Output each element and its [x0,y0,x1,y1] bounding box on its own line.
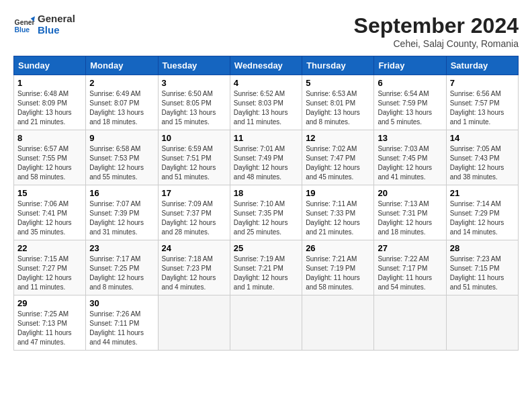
day-info: Sunrise: 7:14 AM Sunset: 7:29 PM Dayligh… [450,199,515,237]
day-number: 28 [450,243,515,253]
weekday-header-thursday: Thursday [302,56,374,75]
day-info: Sunrise: 7:13 AM Sunset: 7:31 PM Dayligh… [378,199,442,237]
day-info: Sunrise: 6:48 AM Sunset: 8:09 PM Dayligh… [17,89,82,127]
day-number: 22 [17,243,82,253]
calendar-row: 29Sunrise: 7:25 AM Sunset: 7:13 PM Dayli… [14,295,519,351]
day-number: 3 [162,78,226,88]
day-number: 6 [378,78,442,88]
day-info: Sunrise: 7:15 AM Sunset: 7:27 PM Dayligh… [17,255,82,292]
day-info: Sunrise: 7:02 AM Sunset: 7:47 PM Dayligh… [306,144,370,182]
calendar-cell: 14Sunrise: 7:05 AM Sunset: 7:43 PM Dayli… [446,130,518,185]
calendar-cell: 3Sunrise: 6:50 AM Sunset: 8:05 PM Daylig… [158,75,230,130]
weekday-header-monday: Monday [86,56,158,75]
calendar-cell: 1Sunrise: 6:48 AM Sunset: 8:09 PM Daylig… [14,75,86,130]
calendar-cell: 24Sunrise: 7:18 AM Sunset: 7:23 PM Dayli… [158,240,230,295]
day-number: 7 [450,78,515,88]
day-number: 18 [234,188,298,198]
day-number: 20 [378,188,442,198]
day-info: Sunrise: 7:22 AM Sunset: 7:17 PM Dayligh… [378,255,442,292]
calendar-row: 1Sunrise: 6:48 AM Sunset: 8:09 PM Daylig… [14,75,519,130]
day-number: 21 [450,188,515,198]
logo-general: General [38,13,75,25]
svg-text:General: General [15,19,35,26]
day-number: 9 [89,133,154,143]
calendar-cell: 30Sunrise: 7:26 AM Sunset: 7:11 PM Dayli… [86,295,158,351]
day-number: 8 [17,133,82,143]
day-info: Sunrise: 6:58 AM Sunset: 7:53 PM Dayligh… [89,144,154,182]
calendar-cell: 16Sunrise: 7:07 AM Sunset: 7:39 PM Dayli… [86,185,158,240]
calendar-cell: 8Sunrise: 6:57 AM Sunset: 7:55 PM Daylig… [14,130,86,185]
day-number: 12 [306,133,370,143]
calendar-cell: 10Sunrise: 6:59 AM Sunset: 7:51 PM Dayli… [158,130,230,185]
day-number: 4 [234,78,298,88]
calendar-cell: 5Sunrise: 6:53 AM Sunset: 8:01 PM Daylig… [302,75,374,130]
day-number: 24 [162,243,226,253]
page-header: General Blue General Blue September 2024… [13,13,519,49]
weekday-header-row: SundayMondayTuesdayWednesdayThursdayFrid… [14,56,519,75]
day-info: Sunrise: 7:19 AM Sunset: 7:21 PM Dayligh… [234,255,298,292]
day-number: 25 [234,243,298,253]
day-info: Sunrise: 7:26 AM Sunset: 7:11 PM Dayligh… [89,310,154,347]
calendar-cell [158,295,230,351]
calendar-cell: 21Sunrise: 7:14 AM Sunset: 7:29 PM Dayli… [446,185,518,240]
svg-text:Blue: Blue [15,26,30,34]
day-number: 30 [89,298,154,308]
day-number: 14 [450,133,515,143]
calendar-row: 15Sunrise: 7:06 AM Sunset: 7:41 PM Dayli… [14,185,519,240]
day-number: 29 [17,298,82,308]
day-number: 15 [17,188,82,198]
calendar-cell: 4Sunrise: 6:52 AM Sunset: 8:03 PM Daylig… [230,75,302,130]
day-info: Sunrise: 6:52 AM Sunset: 8:03 PM Dayligh… [234,89,298,127]
day-number: 5 [306,78,370,88]
calendar-row: 8Sunrise: 6:57 AM Sunset: 7:55 PM Daylig… [14,130,519,185]
day-info: Sunrise: 6:50 AM Sunset: 8:05 PM Dayligh… [162,89,226,127]
month-title: September 2024 [354,13,519,38]
calendar-cell: 19Sunrise: 7:11 AM Sunset: 7:33 PM Dayli… [302,185,374,240]
calendar-cell: 13Sunrise: 7:03 AM Sunset: 7:45 PM Dayli… [374,130,446,185]
logo: General Blue General Blue [13,13,75,36]
calendar-cell [446,295,518,351]
day-info: Sunrise: 7:09 AM Sunset: 7:37 PM Dayligh… [162,199,226,237]
weekday-header-friday: Friday [374,56,446,75]
calendar-cell: 11Sunrise: 7:01 AM Sunset: 7:49 PM Dayli… [230,130,302,185]
calendar-cell: 26Sunrise: 7:21 AM Sunset: 7:19 PM Dayli… [302,240,374,295]
calendar-cell: 29Sunrise: 7:25 AM Sunset: 7:13 PM Dayli… [14,295,86,351]
calendar-table: SundayMondayTuesdayWednesdayThursdayFrid… [13,56,519,351]
calendar-cell [302,295,374,351]
calendar-cell [230,295,302,351]
day-info: Sunrise: 7:23 AM Sunset: 7:15 PM Dayligh… [450,255,515,292]
day-info: Sunrise: 6:53 AM Sunset: 8:01 PM Dayligh… [306,89,370,127]
day-info: Sunrise: 7:17 AM Sunset: 7:25 PM Dayligh… [89,255,154,292]
day-number: 27 [378,243,442,253]
calendar-cell: 23Sunrise: 7:17 AM Sunset: 7:25 PM Dayli… [86,240,158,295]
day-number: 16 [89,188,154,198]
calendar-cell: 28Sunrise: 7:23 AM Sunset: 7:15 PM Dayli… [446,240,518,295]
calendar-cell: 18Sunrise: 7:10 AM Sunset: 7:35 PM Dayli… [230,185,302,240]
calendar-cell [374,295,446,351]
day-number: 26 [306,243,370,253]
day-info: Sunrise: 7:10 AM Sunset: 7:35 PM Dayligh… [234,199,298,237]
day-info: Sunrise: 7:01 AM Sunset: 7:49 PM Dayligh… [234,144,298,182]
calendar-cell: 15Sunrise: 7:06 AM Sunset: 7:41 PM Dayli… [14,185,86,240]
weekday-header-sunday: Sunday [14,56,86,75]
day-number: 2 [89,78,154,88]
day-number: 1 [17,78,82,88]
calendar-cell: 22Sunrise: 7:15 AM Sunset: 7:27 PM Dayli… [14,240,86,295]
day-info: Sunrise: 6:56 AM Sunset: 7:57 PM Dayligh… [450,89,515,127]
weekday-header-tuesday: Tuesday [158,56,230,75]
weekday-header-wednesday: Wednesday [230,56,302,75]
day-number: 13 [378,133,442,143]
day-number: 11 [234,133,298,143]
day-info: Sunrise: 7:21 AM Sunset: 7:19 PM Dayligh… [306,255,370,292]
day-number: 19 [306,188,370,198]
day-number: 17 [162,188,226,198]
location: Cehei, Salaj County, Romania [354,38,519,49]
weekday-header-saturday: Saturday [446,56,518,75]
calendar-cell: 12Sunrise: 7:02 AM Sunset: 7:47 PM Dayli… [302,130,374,185]
day-info: Sunrise: 6:59 AM Sunset: 7:51 PM Dayligh… [162,144,226,182]
calendar-cell: 2Sunrise: 6:49 AM Sunset: 8:07 PM Daylig… [86,75,158,130]
day-info: Sunrise: 6:49 AM Sunset: 8:07 PM Dayligh… [89,89,154,127]
day-info: Sunrise: 7:07 AM Sunset: 7:39 PM Dayligh… [89,199,154,237]
day-info: Sunrise: 7:06 AM Sunset: 7:41 PM Dayligh… [17,199,82,237]
day-number: 23 [89,243,154,253]
